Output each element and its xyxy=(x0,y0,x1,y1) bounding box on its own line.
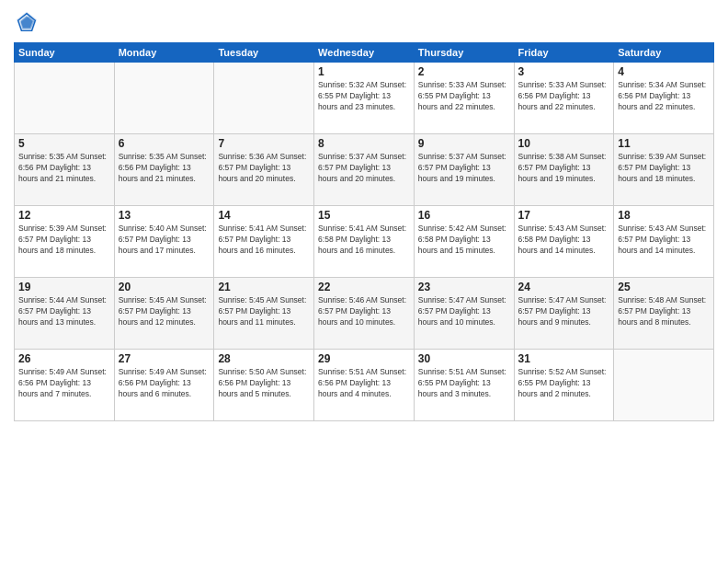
calendar-cell: 28Sunrise: 5:50 AM Sunset: 6:56 PM Dayli… xyxy=(214,350,314,421)
calendar-week-row: 5Sunrise: 5:35 AM Sunset: 6:56 PM Daylig… xyxy=(15,134,714,206)
calendar-cell: 1Sunrise: 5:32 AM Sunset: 6:55 PM Daylig… xyxy=(314,63,415,134)
day-info: Sunrise: 5:42 AM Sunset: 6:58 PM Dayligh… xyxy=(418,224,510,257)
calendar-week-row: 1Sunrise: 5:32 AM Sunset: 6:55 PM Daylig… xyxy=(15,63,714,134)
day-number: 25 xyxy=(618,281,710,293)
calendar-week-row: 19Sunrise: 5:44 AM Sunset: 6:57 PM Dayli… xyxy=(15,278,714,350)
day-number: 18 xyxy=(618,209,710,222)
day-info: Sunrise: 5:45 AM Sunset: 6:57 PM Dayligh… xyxy=(218,295,310,328)
day-info: Sunrise: 5:36 AM Sunset: 6:57 PM Dayligh… xyxy=(218,152,310,185)
calendar-cell xyxy=(614,350,714,421)
day-number: 24 xyxy=(518,281,610,293)
day-info: Sunrise: 5:51 AM Sunset: 6:56 PM Dayligh… xyxy=(318,367,410,400)
day-number: 30 xyxy=(418,352,510,365)
day-number: 26 xyxy=(18,352,110,365)
day-info: Sunrise: 5:32 AM Sunset: 6:55 PM Dayligh… xyxy=(318,80,410,113)
day-number: 29 xyxy=(318,352,410,365)
weekday-header-cell: Friday xyxy=(514,43,614,63)
day-number: 10 xyxy=(518,137,610,150)
header xyxy=(14,9,714,35)
calendar-cell: 14Sunrise: 5:41 AM Sunset: 6:57 PM Dayli… xyxy=(214,206,314,278)
day-number: 23 xyxy=(418,281,510,293)
day-info: Sunrise: 5:33 AM Sunset: 6:56 PM Dayligh… xyxy=(518,80,610,113)
day-number: 27 xyxy=(119,352,210,365)
calendar-table: SundayMondayTuesdayWednesdayThursdayFrid… xyxy=(14,42,714,421)
calendar-week-row: 26Sunrise: 5:49 AM Sunset: 6:56 PM Dayli… xyxy=(15,350,714,421)
calendar-cell: 2Sunrise: 5:33 AM Sunset: 6:55 PM Daylig… xyxy=(414,63,514,134)
day-number: 4 xyxy=(618,65,710,78)
calendar-cell xyxy=(214,63,314,134)
day-info: Sunrise: 5:38 AM Sunset: 6:57 PM Dayligh… xyxy=(518,152,610,185)
calendar-cell: 25Sunrise: 5:48 AM Sunset: 6:57 PM Dayli… xyxy=(614,278,714,350)
day-info: Sunrise: 5:37 AM Sunset: 6:57 PM Dayligh… xyxy=(418,152,510,185)
calendar-cell: 23Sunrise: 5:47 AM Sunset: 6:57 PM Dayli… xyxy=(414,278,514,350)
day-number: 8 xyxy=(318,137,410,150)
day-info: Sunrise: 5:47 AM Sunset: 6:57 PM Dayligh… xyxy=(518,295,610,328)
weekday-header-cell: Thursday xyxy=(414,43,514,63)
day-number: 15 xyxy=(318,209,410,222)
day-number: 16 xyxy=(418,209,510,222)
calendar-cell: 7Sunrise: 5:36 AM Sunset: 6:57 PM Daylig… xyxy=(214,134,314,206)
day-number: 2 xyxy=(418,65,510,78)
day-number: 19 xyxy=(18,281,110,293)
calendar-cell: 20Sunrise: 5:45 AM Sunset: 6:57 PM Dayli… xyxy=(114,278,214,350)
weekday-header-cell: Monday xyxy=(114,43,214,63)
day-number: 5 xyxy=(18,137,110,150)
day-number: 28 xyxy=(218,352,310,365)
day-info: Sunrise: 5:39 AM Sunset: 6:57 PM Dayligh… xyxy=(18,224,110,257)
calendar-cell: 24Sunrise: 5:47 AM Sunset: 6:57 PM Dayli… xyxy=(514,278,614,350)
day-number: 13 xyxy=(119,209,210,222)
calendar-cell: 9Sunrise: 5:37 AM Sunset: 6:57 PM Daylig… xyxy=(414,134,514,206)
day-number: 20 xyxy=(119,281,210,293)
weekday-header-cell: Saturday xyxy=(614,43,714,63)
day-info: Sunrise: 5:33 AM Sunset: 6:55 PM Dayligh… xyxy=(418,80,510,113)
day-info: Sunrise: 5:43 AM Sunset: 6:58 PM Dayligh… xyxy=(518,224,610,257)
day-info: Sunrise: 5:35 AM Sunset: 6:56 PM Dayligh… xyxy=(18,152,110,185)
day-info: Sunrise: 5:41 AM Sunset: 6:58 PM Dayligh… xyxy=(318,224,410,257)
day-info: Sunrise: 5:50 AM Sunset: 6:56 PM Dayligh… xyxy=(218,367,310,400)
day-info: Sunrise: 5:41 AM Sunset: 6:57 PM Dayligh… xyxy=(218,224,310,257)
calendar-cell: 13Sunrise: 5:40 AM Sunset: 6:57 PM Dayli… xyxy=(114,206,214,278)
calendar-cell: 29Sunrise: 5:51 AM Sunset: 6:56 PM Dayli… xyxy=(314,350,415,421)
day-info: Sunrise: 5:39 AM Sunset: 6:57 PM Dayligh… xyxy=(618,152,710,185)
day-number: 14 xyxy=(218,209,310,222)
day-info: Sunrise: 5:44 AM Sunset: 6:57 PM Dayligh… xyxy=(18,295,110,328)
calendar-cell xyxy=(114,63,214,134)
calendar-cell: 30Sunrise: 5:51 AM Sunset: 6:55 PM Dayli… xyxy=(414,350,514,421)
day-info: Sunrise: 5:45 AM Sunset: 6:57 PM Dayligh… xyxy=(119,295,210,328)
logo-icon xyxy=(14,9,40,35)
calendar-cell: 26Sunrise: 5:49 AM Sunset: 6:56 PM Dayli… xyxy=(15,350,115,421)
day-number: 1 xyxy=(318,65,410,78)
day-info: Sunrise: 5:40 AM Sunset: 6:57 PM Dayligh… xyxy=(119,224,210,257)
calendar-cell: 11Sunrise: 5:39 AM Sunset: 6:57 PM Dayli… xyxy=(614,134,714,206)
day-info: Sunrise: 5:48 AM Sunset: 6:57 PM Dayligh… xyxy=(618,295,710,328)
day-number: 31 xyxy=(518,352,610,365)
calendar-cell: 19Sunrise: 5:44 AM Sunset: 6:57 PM Dayli… xyxy=(15,278,115,350)
calendar-cell xyxy=(15,63,115,134)
weekday-header-cell: Tuesday xyxy=(214,43,314,63)
calendar-cell: 15Sunrise: 5:41 AM Sunset: 6:58 PM Dayli… xyxy=(314,206,415,278)
day-info: Sunrise: 5:35 AM Sunset: 6:56 PM Dayligh… xyxy=(119,152,210,185)
day-info: Sunrise: 5:46 AM Sunset: 6:57 PM Dayligh… xyxy=(318,295,410,328)
calendar-cell: 18Sunrise: 5:43 AM Sunset: 6:57 PM Dayli… xyxy=(614,206,714,278)
day-info: Sunrise: 5:34 AM Sunset: 6:56 PM Dayligh… xyxy=(618,80,710,113)
calendar-cell: 22Sunrise: 5:46 AM Sunset: 6:57 PM Dayli… xyxy=(314,278,415,350)
calendar-cell: 17Sunrise: 5:43 AM Sunset: 6:58 PM Dayli… xyxy=(514,206,614,278)
weekday-header-cell: Sunday xyxy=(15,43,115,63)
calendar-cell: 31Sunrise: 5:52 AM Sunset: 6:55 PM Dayli… xyxy=(514,350,614,421)
weekday-header-cell: Wednesday xyxy=(314,43,415,63)
calendar-cell: 27Sunrise: 5:49 AM Sunset: 6:56 PM Dayli… xyxy=(114,350,214,421)
calendar-cell: 21Sunrise: 5:45 AM Sunset: 6:57 PM Dayli… xyxy=(214,278,314,350)
calendar-cell: 5Sunrise: 5:35 AM Sunset: 6:56 PM Daylig… xyxy=(15,134,115,206)
day-number: 3 xyxy=(518,65,610,78)
calendar-page: SundayMondayTuesdayWednesdayThursdayFrid… xyxy=(0,0,728,563)
day-info: Sunrise: 5:47 AM Sunset: 6:57 PM Dayligh… xyxy=(418,295,510,328)
calendar-cell: 16Sunrise: 5:42 AM Sunset: 6:58 PM Dayli… xyxy=(414,206,514,278)
calendar-cell: 8Sunrise: 5:37 AM Sunset: 6:57 PM Daylig… xyxy=(314,134,415,206)
day-number: 21 xyxy=(218,281,310,293)
calendar-cell: 12Sunrise: 5:39 AM Sunset: 6:57 PM Dayli… xyxy=(15,206,115,278)
calendar-cell: 10Sunrise: 5:38 AM Sunset: 6:57 PM Dayli… xyxy=(514,134,614,206)
calendar-cell: 3Sunrise: 5:33 AM Sunset: 6:56 PM Daylig… xyxy=(514,63,614,134)
day-info: Sunrise: 5:49 AM Sunset: 6:56 PM Dayligh… xyxy=(18,367,110,400)
day-number: 22 xyxy=(318,281,410,293)
logo xyxy=(14,9,43,35)
